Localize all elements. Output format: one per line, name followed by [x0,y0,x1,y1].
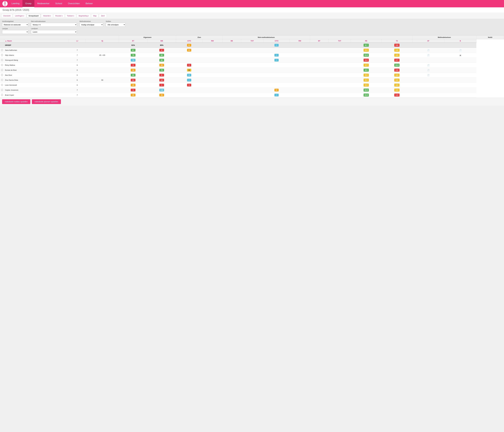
row-tot1 [241,83,263,88]
row-rw1 [202,83,223,88]
nav-beheer[interactable]: Beheer [83,0,96,7]
row-tot2 [328,83,351,88]
num-cell: 60 [159,54,164,57]
score-val: 1.3 [394,94,399,97]
col-naam[interactable]: ▲ Naam [4,39,69,43]
groep-rw1 [202,43,223,48]
row-cito1 [176,88,202,93]
row-m7 [310,53,328,58]
row-check[interactable] [0,53,4,58]
subnav-leerlingen[interactable]: Leerlingen [13,14,26,18]
row-lj: 6 [69,73,86,78]
niet-methode-select[interactable]: Niveau I-V [31,23,77,27]
logo[interactable] [1,1,9,6]
row-check[interactable] [0,68,4,73]
num-cell: 60 [159,59,164,62]
subnav-toetsen[interactable]: Toetsen [65,14,76,18]
num-cell: 49 [131,84,135,87]
svg-line-5 [5,4,6,6]
row-m6 [223,63,241,68]
row-re: 2.4 [351,58,382,63]
score-val: 10.0 [364,94,369,97]
row-iq: 90 [86,78,119,83]
row-ta: 1.3 [382,93,412,97]
score-val: 8.5 [364,69,369,72]
subnav-absentie[interactable]: Absentie [41,14,53,18]
table-row: Stijn Adams 7 85 ->95 79 60 I 10.0 4.5 📄… [0,53,504,58]
svg-line-4 [4,4,5,6]
nav-leerling[interactable]: Leerling [9,0,22,7]
col-group-niet-methode2 [310,35,412,39]
row-ta: 2.0 [382,68,412,73]
nav-overzichten[interactable]: Overzichten [65,0,83,7]
svg-point-0 [4,1,6,2]
row-bt: 21 [119,78,147,83]
row-m7 [310,68,328,73]
groep-b [444,43,476,48]
row-m7 [310,88,328,93]
row-check[interactable] [0,88,4,93]
subnav-rooster[interactable]: Rooster [54,14,64,18]
methode-select[interactable]: Huidig schooljaar [80,23,103,27]
row-cito2 [263,73,290,78]
subnav-overzicht[interactable]: Overzicht [1,14,12,18]
num-cell: 68 [131,74,135,77]
row-m6 [223,78,241,83]
row-lj: 7 [69,53,86,58]
row-naam: Brain Kuper [4,93,69,97]
row-check[interactable] [0,78,4,83]
score-val: 4.0 [394,74,399,77]
row-check[interactable] [0,83,4,88]
subnav-zien[interactable]: Zien! [99,14,107,18]
table-row: Ziva Garcia Disla 6 90 21 14 I 5.3 5.0 [0,78,504,83]
row-m7 [310,93,328,97]
row-cito1: III [176,68,202,73]
row-sf: 📄 [412,68,444,73]
row-rw2 [290,78,310,83]
btn-plannen[interactable]: Individuele plannen opstellen [32,99,61,104]
subnav-groepskaart[interactable]: Groepskaart [27,14,41,18]
row-check[interactable] [0,63,4,68]
groep-check [0,43,4,48]
num-cell: 1 [159,84,164,87]
row-sf: 📄 [412,73,444,78]
row-m6 [223,48,241,53]
row-check[interactable] [0,48,4,53]
row-rw1 [202,68,223,73]
col-tot1: TOT [241,39,263,43]
row-m6 [223,83,241,88]
num-cell: 39 [131,69,135,71]
row-sf [412,88,444,93]
col-cito1: CITO [176,39,202,43]
num-cell: 14 [159,79,164,81]
row-bt: 79 [119,53,147,58]
nav-school[interactable]: School [52,0,65,7]
leerlijnen-select[interactable]: Lezen [31,30,77,34]
subnav-begeleiding[interactable]: Begeleiding [77,14,91,18]
row-re: 10.0 [351,53,382,58]
btn-notities[interactable]: Individuele notities opstellen [2,99,30,104]
row-iq [86,48,119,53]
row-sf [412,58,444,63]
col-m7: M7 [310,39,328,43]
table-body: GROEP 81% 80% IV I 6.7 3.8 Sara Aalthuni… [0,43,504,97]
nav-groep[interactable]: Groep [22,0,34,7]
notities-select[interactable]: Alle schooljare [106,23,126,27]
row-check[interactable] [0,73,4,78]
row-rw1 [202,78,223,83]
row-check[interactable] [0,58,4,63]
col-rw2: RW [290,39,310,43]
subnav-map[interactable]: Map [91,14,99,18]
row-cito2 [263,68,290,73]
score-val: 4.7 [364,64,369,67]
groep-tot1 [241,43,263,48]
nav-medewerker[interactable]: Medewerker [34,0,53,7]
row-check[interactable] [0,93,4,97]
col-group-methode: Methodetoetsen [412,35,476,39]
hoofdvakgebied-select[interactable]: Rekenen en wiskunde [2,23,28,27]
leerjaar-select[interactable] [2,30,28,34]
row-tot2 [328,73,351,78]
row-iq [86,73,119,78]
row-tot2 [328,48,351,53]
row-wb: 38 [147,93,176,97]
